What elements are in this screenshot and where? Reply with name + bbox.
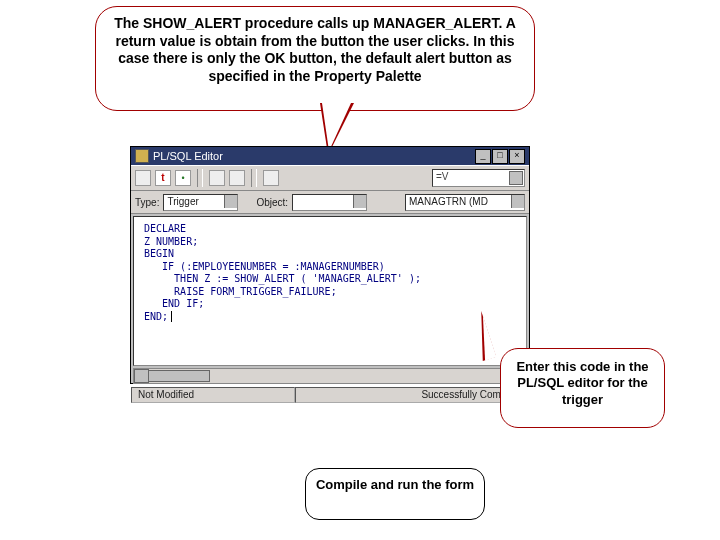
- slide-stage: The SHOW_ALERT procedure calls up MANAGE…: [0, 0, 720, 540]
- callout-right-text: Enter this code in the PL/SQL editor for…: [516, 359, 648, 407]
- callout-top-tail-fill: [322, 103, 351, 151]
- toolbar-icon[interactable]: t: [155, 170, 171, 186]
- plsql-editor-window: PL/SQL Editor _ □ × t • =V Type: Trigger…: [130, 146, 530, 384]
- status-bar: Not Modified Successfully Compiled: [131, 386, 529, 403]
- close-button[interactable]: ×: [509, 149, 525, 164]
- toolbar-icon[interactable]: [135, 170, 151, 186]
- type-label: Type:: [135, 197, 159, 208]
- toolbar-icon[interactable]: [263, 170, 279, 186]
- status-modified: Not Modified: [131, 387, 295, 403]
- toolbar-separator: [197, 169, 203, 187]
- toolbar-icon[interactable]: •: [175, 170, 191, 186]
- toolbar: t • =V: [131, 165, 529, 191]
- callout-top: The SHOW_ALERT procedure calls up MANAGE…: [95, 6, 535, 111]
- status-compiled: Successfully Compiled: [295, 387, 529, 403]
- toolbar-combo[interactable]: =V: [432, 169, 525, 187]
- object-combo[interactable]: [292, 194, 367, 211]
- context-row: Type: Trigger Object: MANAGTRN (MD: [131, 191, 529, 214]
- callout-right: Enter this code in the PL/SQL editor for…: [500, 348, 665, 428]
- text-cursor: [171, 311, 172, 322]
- indent-icon[interactable]: [229, 170, 245, 186]
- callout-top-text: The SHOW_ALERT procedure calls up MANAGE…: [114, 15, 516, 84]
- callout-bottom-text: Compile and run the form: [316, 477, 474, 492]
- window-title: PL/SQL Editor: [153, 150, 223, 162]
- maximize-button[interactable]: □: [492, 149, 508, 164]
- toolbar-separator: [251, 169, 257, 187]
- titlebar[interactable]: PL/SQL Editor _ □ ×: [131, 147, 529, 165]
- object-label: Object:: [256, 197, 288, 208]
- outdent-icon[interactable]: [209, 170, 225, 186]
- app-icon: [135, 149, 149, 163]
- scroll-thumb[interactable]: [148, 370, 210, 382]
- code-text[interactable]: DECLARE Z NUMBER; BEGIN IF (:EMPLOYEENUM…: [144, 223, 522, 323]
- horizontal-scrollbar[interactable]: [133, 368, 527, 384]
- minimize-button[interactable]: _: [475, 149, 491, 164]
- callout-bottom: Compile and run the form: [305, 468, 485, 520]
- type-combo[interactable]: Trigger: [163, 194, 238, 211]
- object-name-combo[interactable]: MANAGTRN (MD: [405, 194, 525, 211]
- code-editor[interactable]: DECLARE Z NUMBER; BEGIN IF (:EMPLOYEENUM…: [133, 216, 527, 366]
- scroll-left-arrow-icon[interactable]: [134, 369, 149, 383]
